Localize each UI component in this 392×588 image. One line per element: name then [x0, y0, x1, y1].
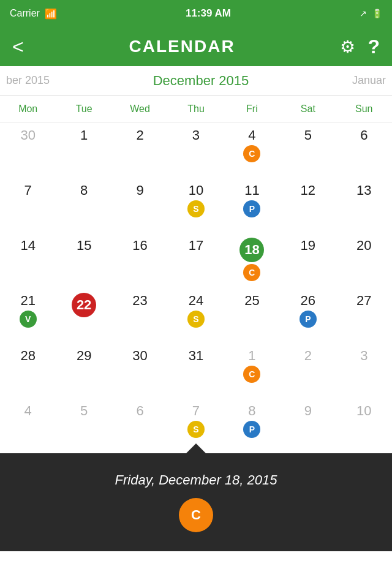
- calendar-cell[interactable]: 10: [336, 398, 392, 453]
- calendar-cell[interactable]: 30: [0, 123, 56, 178]
- day-number: 5: [304, 127, 312, 143]
- event-badge[interactable]: S: [187, 200, 205, 217]
- event-badge[interactable]: C: [243, 264, 260, 281]
- day-number: 14: [20, 238, 35, 254]
- day-headers: MonTueWedThuFriSatSun: [0, 96, 392, 123]
- calendar-cell[interactable]: 1C: [224, 343, 280, 398]
- day-number: 7: [192, 403, 200, 419]
- calendar-cell[interactable]: 9: [280, 398, 336, 453]
- calendar-cell[interactable]: 18C: [224, 233, 280, 288]
- day-number: 6: [360, 127, 368, 143]
- calendar-cell[interactable]: 5: [280, 123, 336, 178]
- calendar-cell[interactable]: 8P: [224, 398, 280, 453]
- day-number: 21: [20, 293, 35, 309]
- day-number: 4: [24, 403, 32, 419]
- day-number: 12: [301, 183, 315, 198]
- event-badge[interactable]: P: [243, 421, 260, 438]
- event-badge[interactable]: C: [243, 366, 260, 383]
- event-badge[interactable]: S: [187, 311, 205, 328]
- calendar-cell[interactable]: 3: [168, 123, 224, 178]
- calendar-cell[interactable]: 2: [112, 123, 168, 178]
- calendar-cell[interactable]: 27: [336, 288, 392, 343]
- day-number: 31: [189, 348, 203, 364]
- calendar-cell[interactable]: 5: [56, 398, 111, 453]
- day-number: 6: [136, 403, 143, 419]
- calendar-cell[interactable]: 4: [0, 398, 56, 453]
- day-number: 8: [248, 403, 255, 419]
- calendar-cell[interactable]: 10S: [168, 178, 224, 233]
- day-header-sat: Sat: [280, 96, 336, 122]
- day-number: 1: [248, 348, 255, 364]
- calendar-cell[interactable]: 13: [336, 178, 392, 233]
- day-number: 15: [77, 238, 91, 254]
- calendar-cell[interactable]: 8: [56, 178, 111, 233]
- nav-right-actions: ⚙ ?: [340, 36, 380, 58]
- calendar-cell[interactable]: 30: [112, 343, 168, 398]
- day-number: 4: [248, 127, 255, 143]
- day-number: 2: [136, 127, 143, 143]
- back-button[interactable]: <: [12, 37, 24, 56]
- day-number: 27: [356, 293, 371, 309]
- event-badge[interactable]: P: [243, 200, 260, 217]
- day-header-sun: Sun: [336, 96, 392, 122]
- event-badge[interactable]: V: [20, 311, 37, 328]
- day-number: 3: [192, 127, 200, 143]
- day-number: 1: [80, 127, 88, 143]
- calendar-cell[interactable]: 21V: [0, 288, 56, 343]
- day-number: 30: [20, 127, 35, 143]
- calendar-cell[interactable]: 1: [56, 123, 111, 178]
- calendar-cell[interactable]: 19: [280, 233, 336, 288]
- calendar-cell[interactable]: 9: [112, 178, 168, 233]
- calendar-cell[interactable]: 29: [56, 343, 111, 398]
- day-header-wed: Wed: [112, 96, 168, 122]
- day-number: 24: [189, 293, 203, 309]
- calendar-cell[interactable]: 4C: [224, 123, 280, 178]
- event-badge[interactable]: P: [300, 311, 317, 328]
- calendar-cell[interactable]: 11P: [224, 178, 280, 233]
- day-number: 23: [132, 293, 147, 309]
- calendar-cell[interactable]: 26P: [280, 288, 336, 343]
- day-number: 17: [189, 238, 203, 254]
- day-number: 26: [301, 293, 315, 309]
- calendar-cell[interactable]: 3: [336, 343, 392, 398]
- day-number: 10: [189, 183, 203, 198]
- calendar-cell[interactable]: 12: [280, 178, 336, 233]
- day-number: 13: [356, 183, 371, 198]
- calendar-cell[interactable]: 20: [336, 233, 392, 288]
- day-number: 10: [356, 403, 371, 419]
- day-number: 3: [360, 348, 368, 364]
- day-number: 7: [24, 183, 32, 198]
- day-header-fri: Fri: [224, 96, 280, 122]
- settings-icon[interactable]: ⚙: [340, 37, 355, 57]
- day-header-tue: Tue: [56, 96, 111, 122]
- nav-bar: < CALENDAR ⚙ ?: [0, 27, 392, 66]
- day-number: 19: [301, 238, 315, 254]
- calendar-cell[interactable]: 7: [0, 178, 56, 233]
- day-number: 16: [132, 238, 147, 254]
- help-button[interactable]: ?: [368, 36, 380, 58]
- event-detail-badge[interactable]: C: [179, 498, 213, 532]
- event-badge[interactable]: C: [243, 145, 260, 162]
- event-badge[interactable]: S: [187, 421, 205, 438]
- bottom-panel: Friday, December 18, 2015 C: [0, 453, 392, 551]
- calendar-cell[interactable]: 15: [56, 233, 111, 288]
- calendar-cell[interactable]: 2: [280, 343, 336, 398]
- calendar-cell[interactable]: 17: [168, 233, 224, 288]
- calendar-cell[interactable]: 6: [336, 123, 392, 178]
- calendar-cell[interactable]: 16: [112, 233, 168, 288]
- status-time: 11:39 AM: [186, 7, 231, 20]
- current-month-label: December 2015: [153, 73, 249, 89]
- day-number: 11: [244, 183, 259, 198]
- calendar-cell[interactable]: 28: [0, 343, 56, 398]
- day-number: 5: [80, 403, 88, 419]
- calendar-cell[interactable]: 6: [112, 398, 168, 453]
- day-number: 20: [356, 238, 371, 254]
- calendar-cell[interactable]: 31: [168, 343, 224, 398]
- calendar-cell[interactable]: 25: [224, 288, 280, 343]
- calendar-cell[interactable]: 22: [56, 288, 111, 343]
- calendar-cell[interactable]: 23: [112, 288, 168, 343]
- carrier-label: Carrier: [10, 8, 40, 19]
- calendar-cell[interactable]: 24S: [168, 288, 224, 343]
- next-month-label: Januar: [352, 74, 386, 87]
- calendar-cell[interactable]: 14: [0, 233, 56, 288]
